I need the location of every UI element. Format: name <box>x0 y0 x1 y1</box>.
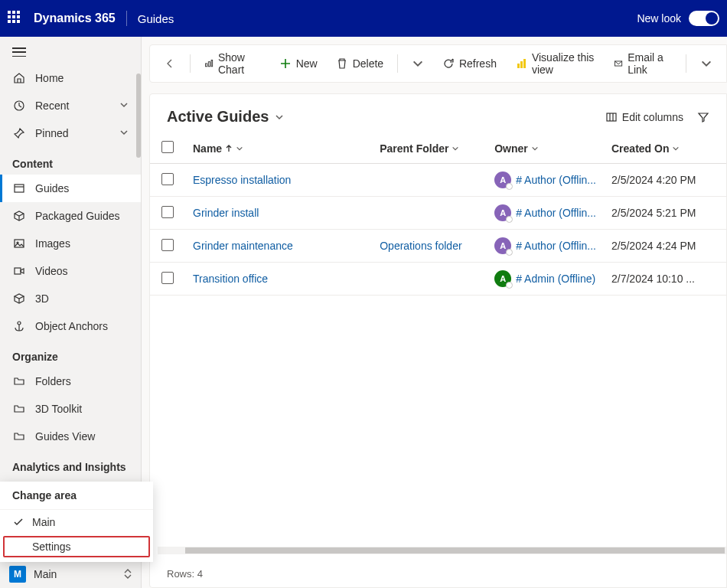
cmd-label: Delete <box>353 57 383 70</box>
svg-rect-8 <box>211 60 213 66</box>
nav-guides-view[interactable]: Guides View <box>0 423 141 450</box>
check-icon <box>12 516 24 528</box>
record-name-link[interactable]: Grinder maintenance <box>193 240 293 252</box>
pin-icon <box>12 126 26 140</box>
nav-label: Object Anchors <box>35 320 108 332</box>
record-name-link[interactable]: Espresso installation <box>193 174 291 186</box>
table-row[interactable]: Grinder installA# Author (Offlin...2/5/2… <box>150 197 726 230</box>
row-checkbox[interactable] <box>161 239 174 251</box>
refresh-button[interactable]: Refresh <box>435 53 504 74</box>
change-area-label: Main <box>32 516 55 528</box>
col-header-owner[interactable]: Owner <box>487 133 604 164</box>
record-name-link[interactable]: Transition office <box>193 273 268 285</box>
new-look-toggle[interactable]: New look <box>637 11 719 26</box>
edit-columns-button[interactable]: Edit columns <box>605 111 683 123</box>
folder-icon <box>12 374 26 388</box>
svg-rect-1 <box>15 185 24 192</box>
nav-label: Videos <box>35 265 68 277</box>
visualize-button[interactable]: Visualize this view <box>507 47 603 80</box>
select-all-checkbox[interactable] <box>161 141 174 153</box>
owner-link[interactable]: # Author (Offlin... <box>516 207 596 219</box>
image-icon <box>12 237 26 250</box>
hamburger-icon[interactable] <box>12 47 26 57</box>
app-name: Guides <box>138 12 174 25</box>
command-bar: Show Chart New Delete Refresh Visualize … <box>149 44 727 83</box>
new-button[interactable]: New <box>272 53 325 74</box>
cmd-label: Email a Link <box>628 51 672 76</box>
col-header-parent-folder[interactable]: Parent Folder <box>372 133 487 164</box>
svg-rect-11 <box>523 59 526 68</box>
area-switcher[interactable]: M Main <box>0 559 141 588</box>
nav-home[interactable]: Home <box>0 64 141 92</box>
nav-object-anchors[interactable]: Object Anchors <box>0 312 141 340</box>
svg-rect-6 <box>205 64 207 67</box>
avatar: A <box>494 172 511 188</box>
brand-label: Dynamics 365 <box>34 11 116 25</box>
owner-link[interactable]: # Author (Offlin... <box>516 240 596 252</box>
app-launcher-icon[interactable] <box>8 11 23 26</box>
owner-link[interactable]: # Admin (Offline) <box>516 273 595 285</box>
row-checkbox[interactable] <box>161 272 174 284</box>
row-checkbox[interactable] <box>161 173 174 185</box>
show-chart-button[interactable]: Show Chart <box>197 47 269 80</box>
view-title-text: Active Guides <box>167 108 269 126</box>
col-header-name[interactable]: Name <box>185 133 372 164</box>
nav-3d-toolkit[interactable]: 3D Toolkit <box>0 395 141 423</box>
data-grid: Name Parent Folder Owner <box>150 133 726 296</box>
created-on-cell: 2/5/2024 4:24 PM <box>604 230 726 263</box>
table-row[interactable]: Transition officeA# Admin (Offline)2/7/2… <box>150 263 726 296</box>
nav-label: 3D Toolkit <box>35 403 82 415</box>
owner-link[interactable]: # Author (Offlin... <box>516 174 596 186</box>
col-label: Name <box>193 142 222 155</box>
nav-recent[interactable]: Recent <box>0 92 141 119</box>
svg-rect-2 <box>15 240 24 247</box>
toggle-switch[interactable] <box>689 11 719 26</box>
nav-images[interactable]: Images <box>0 230 141 257</box>
avatar: A <box>494 270 511 287</box>
avatar: A <box>494 237 511 254</box>
video-icon <box>12 264 26 278</box>
delete-split-button[interactable] <box>404 53 432 74</box>
home-icon <box>12 71 26 85</box>
nav-folders[interactable]: Folders <box>0 368 141 395</box>
chevron-down-icon <box>119 100 129 112</box>
horizontal-scrollbar[interactable] <box>158 547 726 554</box>
parent-folder-link[interactable]: Operations folder <box>380 240 461 252</box>
email-split-button[interactable] <box>693 53 720 74</box>
updown-icon <box>124 569 132 579</box>
svg-point-5 <box>18 322 21 325</box>
section-organize: Organize <box>0 340 141 368</box>
nav-packaged-guides[interactable]: Packaged Guides <box>0 202 141 230</box>
nav-label: Guides <box>35 182 69 194</box>
cube-icon <box>12 292 26 305</box>
created-on-cell: 2/5/2024 5:21 PM <box>604 197 726 230</box>
section-analytics: Analytics and Insights <box>0 450 141 478</box>
nav-pinned[interactable]: Pinned <box>0 119 141 147</box>
nav-label: 3D <box>35 292 49 305</box>
svg-rect-13 <box>607 113 616 121</box>
change-area-settings[interactable]: Settings <box>3 536 150 557</box>
scrollbar-thumb[interactable] <box>136 74 141 158</box>
nav-label: Packaged Guides <box>35 210 120 222</box>
row-checkbox[interactable] <box>161 206 174 218</box>
clock-icon <box>12 99 26 113</box>
nav-videos[interactable]: Videos <box>0 257 141 285</box>
email-link-button[interactable]: Email a Link <box>606 47 680 80</box>
cmd-label: Refresh <box>459 57 497 70</box>
change-area-label: Settings <box>32 541 71 553</box>
table-row[interactable]: Grinder maintenanceOperations folderA# A… <box>150 230 726 263</box>
change-area-main[interactable]: Main <box>0 510 153 534</box>
col-header-created-on[interactable]: Created On <box>604 133 726 164</box>
nav-label: Images <box>35 237 70 250</box>
record-name-link[interactable]: Grinder install <box>193 207 259 219</box>
change-area-title: Change area <box>0 482 153 510</box>
view-title-dropdown[interactable]: Active Guides <box>167 108 284 126</box>
nav-3d[interactable]: 3D <box>0 285 141 312</box>
table-row[interactable]: Espresso installationA# Author (Offlin..… <box>150 164 726 197</box>
filter-button[interactable] <box>697 111 709 123</box>
row-count: Rows: 4 <box>167 568 203 580</box>
back-button[interactable] <box>156 53 184 74</box>
content-card: Active Guides Edit columns <box>149 93 727 588</box>
delete-button[interactable]: Delete <box>328 53 391 74</box>
nav-guides[interactable]: Guides <box>0 175 141 202</box>
